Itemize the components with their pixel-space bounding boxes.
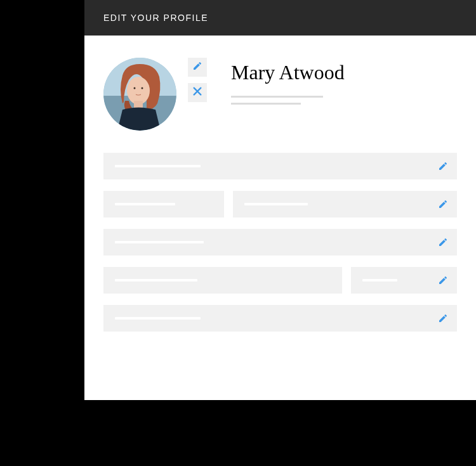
profile-field-2a[interactable] bbox=[103, 191, 224, 217]
edit-field-button[interactable] bbox=[438, 161, 448, 171]
field-row-5 bbox=[103, 305, 457, 332]
profile-field-5[interactable] bbox=[103, 305, 457, 332]
profile-field-4b[interactable] bbox=[351, 267, 457, 294]
field-row-2 bbox=[103, 191, 457, 217]
avatar-image bbox=[103, 58, 176, 131]
profile-top-section: Mary Atwood bbox=[103, 58, 457, 131]
field-row-3 bbox=[103, 229, 457, 256]
modal-header: EDIT YOUR PROFILE bbox=[84, 0, 476, 36]
edit-profile-modal: EDIT YOUR PROFILE bbox=[84, 0, 476, 400]
profile-field-4a[interactable] bbox=[103, 267, 342, 294]
name-subline-1 bbox=[231, 96, 323, 98]
profile-field-1[interactable] bbox=[103, 153, 457, 179]
field-placeholder bbox=[362, 279, 397, 282]
field-placeholder bbox=[115, 241, 204, 243]
edit-field-button[interactable] bbox=[438, 275, 448, 285]
fields-section bbox=[103, 153, 457, 332]
edit-field-button[interactable] bbox=[438, 199, 448, 209]
svg-point-6 bbox=[142, 87, 143, 89]
profile-field-2b[interactable] bbox=[233, 191, 457, 217]
edit-field-button[interactable] bbox=[438, 237, 448, 247]
remove-avatar-button[interactable] bbox=[188, 83, 207, 102]
field-placeholder bbox=[115, 279, 197, 282]
svg-point-3 bbox=[127, 77, 150, 105]
profile-name: Mary Atwood bbox=[231, 61, 345, 84]
profile-name-block: Mary Atwood bbox=[231, 61, 345, 110]
pencil-icon bbox=[438, 199, 448, 209]
name-subline-2 bbox=[231, 103, 301, 105]
avatar[interactable] bbox=[103, 58, 176, 131]
field-placeholder bbox=[244, 203, 308, 205]
profile-field-3[interactable] bbox=[103, 229, 457, 256]
modal-body: Mary Atwood bbox=[84, 36, 476, 351]
pencil-icon bbox=[438, 161, 448, 171]
close-icon bbox=[192, 86, 202, 99]
field-placeholder bbox=[115, 203, 175, 205]
field-placeholder bbox=[115, 165, 201, 167]
edit-avatar-button[interactable] bbox=[188, 58, 207, 77]
field-placeholder bbox=[115, 317, 201, 320]
svg-point-5 bbox=[134, 87, 136, 89]
pencil-icon bbox=[438, 275, 448, 285]
field-row-4 bbox=[103, 267, 457, 294]
avatar-actions bbox=[188, 58, 207, 102]
modal-title: EDIT YOUR PROFILE bbox=[103, 13, 208, 23]
pencil-icon bbox=[438, 313, 448, 323]
field-row-1 bbox=[103, 153, 457, 179]
edit-field-button[interactable] bbox=[438, 313, 448, 323]
pencil-icon bbox=[192, 61, 202, 74]
pencil-icon bbox=[438, 237, 448, 247]
